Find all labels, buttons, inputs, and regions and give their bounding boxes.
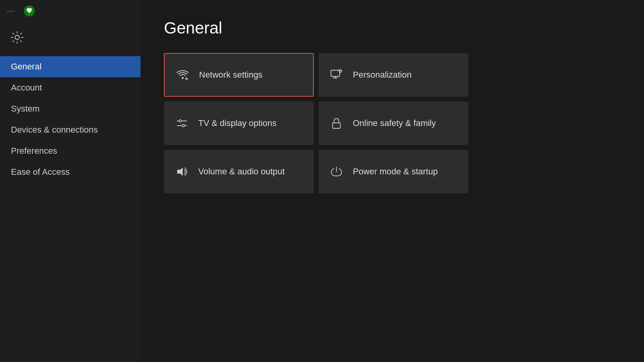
svg-rect-10 bbox=[333, 123, 340, 128]
network-label: Network settings bbox=[199, 70, 263, 80]
svg-point-1 bbox=[15, 35, 20, 40]
tv-display-icon bbox=[175, 116, 189, 130]
top-bar: ··· bbox=[0, 0, 141, 22]
grid-item-network[interactable]: Network settings bbox=[164, 53, 314, 97]
personalization-label: Personalization bbox=[353, 70, 411, 80]
sidebar-item-system[interactable]: System bbox=[0, 98, 141, 119]
menu-dots[interactable]: ··· bbox=[7, 7, 15, 15]
settings-grid: Network settings Personalization bbox=[164, 53, 468, 193]
power-icon bbox=[329, 165, 343, 179]
settings-icon-container bbox=[0, 22, 141, 53]
nav-menu: General Account System Devices & connect… bbox=[0, 56, 141, 183]
sidebar: ··· General Account System Devices & con… bbox=[0, 0, 141, 362]
svg-point-9 bbox=[182, 124, 185, 127]
volume-icon bbox=[175, 165, 189, 179]
grid-item-online-safety[interactable]: Online safety & family bbox=[318, 101, 468, 145]
gear-icon bbox=[9, 30, 25, 45]
volume-label: Volume & audio output bbox=[198, 167, 285, 177]
personalization-icon bbox=[329, 68, 343, 82]
svg-marker-11 bbox=[177, 167, 183, 176]
sidebar-item-devices[interactable]: Devices & connections bbox=[0, 119, 141, 140]
lock-icon bbox=[329, 116, 343, 130]
tv-display-label: TV & display options bbox=[198, 118, 277, 128]
svg-rect-5 bbox=[331, 70, 340, 76]
online-safety-label: Online safety & family bbox=[353, 118, 436, 128]
grid-item-volume[interactable]: Volume & audio output bbox=[164, 150, 314, 193]
svg-point-7 bbox=[179, 120, 181, 122]
sidebar-item-general[interactable]: General bbox=[0, 56, 141, 77]
svg-point-2 bbox=[182, 77, 184, 79]
page-title: General bbox=[164, 19, 621, 37]
network-icon bbox=[176, 68, 190, 82]
sidebar-item-ease[interactable]: Ease of Access bbox=[0, 161, 141, 183]
sidebar-item-account[interactable]: Account bbox=[0, 77, 141, 98]
grid-item-tv-display[interactable]: TV & display options bbox=[164, 101, 314, 145]
main-content: General Network settings bbox=[141, 0, 644, 362]
xbox-logo bbox=[23, 5, 36, 17]
grid-item-power[interactable]: Power mode & startup bbox=[318, 150, 468, 193]
grid-item-personalization[interactable]: Personalization bbox=[318, 53, 468, 97]
power-label: Power mode & startup bbox=[353, 167, 438, 177]
sidebar-item-preferences[interactable]: Preferences bbox=[0, 140, 141, 161]
